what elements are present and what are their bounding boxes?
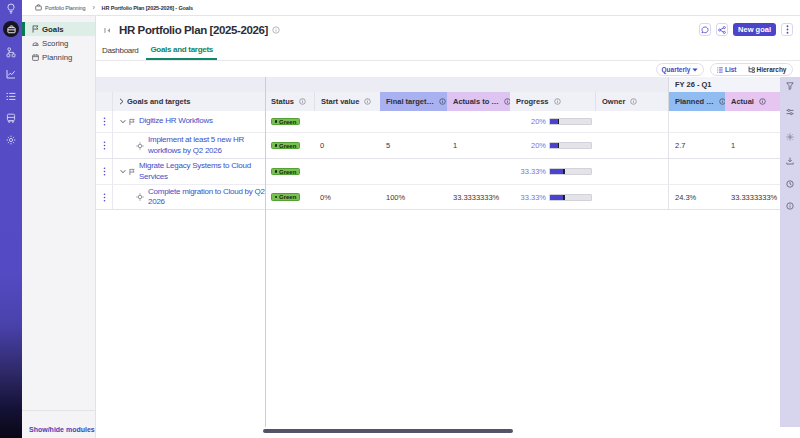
actuals-cell[interactable]: 33.3333333%: [447, 185, 510, 209]
tab-dashboard[interactable]: Dashboard: [102, 46, 138, 60]
share-button[interactable]: [716, 23, 728, 36]
chevron-down-icon[interactable]: [120, 119, 126, 124]
breadcrumb-root[interactable]: Portfolio Planning: [45, 5, 85, 11]
table-header-row: Goals and targets Status Start value Fin…: [96, 92, 780, 111]
period-dropdown[interactable]: Quarterly: [656, 63, 705, 76]
sidebar-item-label: Planning: [42, 53, 72, 62]
sidebar-item-planning[interactable]: Planning: [22, 50, 95, 64]
progress-bar: [549, 168, 592, 175]
table-row-metric-implement[interactable]: Implement at least 5 new HR workflows by…: [96, 133, 780, 159]
collapse-sidebar-icon[interactable]: [104, 27, 112, 34]
sidebar-item-scoring[interactable]: Scoring: [22, 36, 95, 50]
column-header-owner[interactable]: Owner: [595, 92, 668, 111]
lightbulb-icon[interactable]: [0, 3, 22, 14]
goal-link[interactable]: Digitize HR Workflows: [139, 116, 213, 127]
status-badge-green: Green: [271, 193, 300, 201]
progress-tick: [563, 195, 565, 200]
metric-target-icon: [136, 142, 144, 150]
sidebar-item-goals[interactable]: Goals: [22, 22, 95, 36]
table-row-metric-complete[interactable]: Complete migration to Cloud by Q2 2026 G…: [96, 185, 780, 210]
owner-cell[interactable]: [595, 159, 668, 184]
actual-cell[interactable]: [725, 111, 780, 132]
actuals-cell[interactable]: [447, 111, 510, 132]
gauge-icon: [32, 40, 39, 47]
final-target-cell[interactable]: 5: [380, 133, 447, 158]
row-kebab-icon[interactable]: [96, 133, 113, 158]
planned-cell[interactable]: [668, 111, 725, 132]
breadcrumb-current[interactable]: HR Portfolio Plan [2025-2026] - Goals: [102, 5, 193, 11]
new-goal-button[interactable]: New goal: [733, 23, 776, 36]
view-list-button[interactable]: List: [711, 66, 742, 73]
row-kebab-icon[interactable]: [96, 159, 113, 184]
chart-icon[interactable]: [0, 69, 22, 79]
comment-button[interactable]: [699, 23, 711, 36]
metric-link[interactable]: Implement at least 5 new HR workflows by…: [148, 135, 265, 156]
planned-cell[interactable]: 24.3%: [668, 185, 725, 209]
hierarchy-icon[interactable]: [0, 47, 22, 58]
history-clock-icon[interactable]: [780, 180, 800, 188]
row-kebab-icon[interactable]: [96, 185, 113, 209]
actual-cell[interactable]: [725, 159, 780, 184]
status-cell[interactable]: Green: [265, 159, 314, 184]
progress-label: 20%: [531, 117, 546, 126]
goal-name-cell: Migrate Legacy Systems to Cloud Services: [113, 159, 265, 184]
top-bar: Portfolio Planning › HR Portfolio Plan […: [22, 0, 800, 16]
horizontal-scrollbar-thumb[interactable]: [263, 429, 513, 433]
show-hide-modules-link[interactable]: Show/hide modules: [29, 426, 95, 433]
status-cell[interactable]: Green: [265, 133, 314, 158]
info-circle-icon[interactable]: [780, 202, 800, 210]
view-hierarchy-button[interactable]: Hierarchy: [742, 66, 792, 73]
status-cell[interactable]: Green: [265, 185, 314, 209]
download-icon[interactable]: [780, 157, 800, 165]
info-icon: [759, 98, 766, 105]
progress-cell: 20%: [510, 133, 595, 158]
tab-goals-and-targets[interactable]: Goals and targets: [146, 45, 216, 60]
final-target-cell[interactable]: [380, 159, 447, 184]
column-header-final-target[interactable]: Final target…: [380, 92, 447, 111]
column-header-status[interactable]: Status: [265, 92, 314, 111]
column-header-planned[interactable]: Planned …: [668, 92, 725, 111]
view-hierarchy-label: Hierarchy: [757, 66, 787, 73]
final-target-cell[interactable]: 100%: [380, 185, 447, 209]
start-value-cell[interactable]: 0%: [314, 185, 380, 209]
final-target-cell[interactable]: [380, 111, 447, 132]
planned-cell[interactable]: 2.7: [668, 133, 725, 158]
gear-icon[interactable]: [0, 135, 22, 145]
status-cell[interactable]: Green: [265, 111, 314, 132]
frozen-column-divider[interactable]: [265, 77, 266, 427]
kebab-menu-button[interactable]: [781, 23, 793, 36]
briefcase-icon-active[interactable]: [3, 21, 19, 37]
bus-icon[interactable]: [0, 113, 22, 123]
list-icon[interactable]: [0, 92, 22, 101]
progress-tick: [563, 169, 565, 174]
column-header-actuals-to[interactable]: Actuals to …: [447, 92, 510, 111]
planned-cell[interactable]: [668, 159, 725, 184]
goal-flag-icon: [129, 168, 135, 176]
start-value-cell[interactable]: [314, 159, 380, 184]
actuals-cell[interactable]: [447, 159, 510, 184]
actual-cell[interactable]: 33.3333333%: [725, 185, 780, 209]
actuals-cell[interactable]: 1: [447, 133, 510, 158]
column-header-actual[interactable]: Actual: [725, 92, 780, 111]
goal-link[interactable]: Migrate Legacy Systems to Cloud Services: [139, 161, 265, 182]
column-header-progress[interactable]: Progress: [510, 92, 595, 111]
settings-gear-icon[interactable]: [780, 133, 800, 141]
owner-cell[interactable]: [595, 111, 668, 132]
calendar-icon: [32, 54, 39, 61]
row-kebab-icon[interactable]: [96, 111, 113, 132]
owner-cell[interactable]: [595, 185, 668, 209]
start-value-cell[interactable]: 0: [314, 133, 380, 158]
customize-icon[interactable]: [780, 108, 800, 116]
metric-link[interactable]: Complete migration to Cloud by Q2 2026: [148, 187, 265, 208]
column-header-start-value[interactable]: Start value: [314, 92, 380, 111]
actual-cell[interactable]: 1: [725, 133, 780, 158]
metric-name-cell: Implement at least 5 new HR workflows by…: [113, 133, 265, 158]
owner-cell[interactable]: [595, 133, 668, 158]
column-header-goals-and-targets[interactable]: Goals and targets: [113, 92, 265, 111]
title-info-icon[interactable]: [272, 26, 280, 34]
table-row-goal-migrate[interactable]: Migrate Legacy Systems to Cloud Services…: [96, 159, 780, 185]
table-row-goal-digitize[interactable]: Digitize HR Workflows Green 20%: [96, 111, 780, 133]
chevron-down-icon[interactable]: [120, 169, 126, 174]
start-value-cell[interactable]: [314, 111, 380, 132]
filter-icon[interactable]: [780, 82, 800, 90]
